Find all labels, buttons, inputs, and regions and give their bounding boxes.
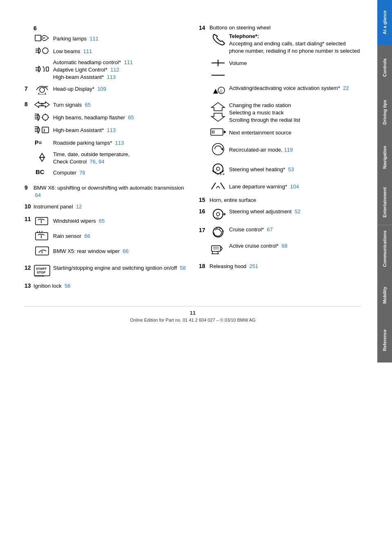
item-15-text: Horn, entire surface	[209, 197, 361, 204]
item-7-number: 7	[24, 85, 33, 92]
sidebar-tab-controls[interactable]: Controls	[377, 45, 392, 90]
svg-marker-63	[212, 113, 225, 121]
sidebar-tab-reference[interactable]: Reference	[377, 318, 392, 363]
telephone-icon	[209, 33, 227, 49]
active-cruise-text: Active cruise control* 68	[229, 242, 361, 250]
item-8-row-1: Turn signals 65	[33, 100, 187, 111]
sidebar-tab-at-a-glance[interactable]: At a glance	[377, 0, 392, 45]
item-14-number: 14	[199, 25, 209, 31]
sidebar-tab-communications[interactable]: Communications	[377, 225, 392, 273]
telephone-text: Telephone*:Accepting and ending calls, s…	[229, 33, 361, 55]
svg-line-73	[212, 183, 216, 189]
rain-sensor-icon	[33, 230, 51, 243]
voice-activation-icon: ▲ ♫	[209, 85, 227, 98]
roadside-parking-icon: P≡	[33, 138, 51, 149]
rear-wiper-text: BMW X5: rear window wiper 66	[53, 248, 187, 255]
start-stop-icon: START STOP ENGINE	[33, 264, 51, 278]
svg-rect-0	[35, 35, 41, 41]
item-12: 12 START STOP ENGINE Starting/stopping e…	[24, 264, 187, 278]
svg-point-29	[42, 114, 48, 120]
item-8-row-2: High beams, headlamp flasher 65	[33, 113, 187, 123]
item-17-number: 17	[199, 226, 209, 233]
item-8-row-6: BC Computer 78	[33, 168, 187, 178]
item-11: 11 Windshield wipers	[24, 215, 187, 260]
item-18-text: Releasing hood 251	[209, 263, 361, 270]
wheel-heating-text: Steering wheel heating* 53	[229, 166, 361, 173]
item-8-number: 8	[24, 100, 33, 107]
roadside-parking-text: Roadside parking lamps* 113	[53, 139, 187, 147]
item-14-lane-departure: Lane departure warning* 104	[209, 181, 361, 192]
low-beams-text: Low beams 111	[53, 48, 187, 55]
svg-text:STOP: STOP	[37, 271, 46, 274]
head-up-display-text: Head-up Display* 109	[53, 85, 187, 93]
svg-rect-16	[46, 67, 49, 71]
sidebar-tab-entertainment[interactable]: Entertainment	[377, 180, 392, 225]
page-container: 6	[0, 0, 392, 555]
left-column: 6	[24, 25, 187, 294]
svg-rect-43	[36, 217, 48, 225]
svg-marker-69	[221, 148, 223, 151]
cruise-control-text: Cruise control* 67	[229, 226, 361, 233]
item-11-number: 11	[24, 215, 33, 222]
svg-marker-65	[224, 130, 226, 134]
item-9-number: 9	[24, 184, 33, 191]
steering-adj-icon: ⊙	[209, 208, 227, 222]
lane-departure-text: Lane departure warning* 104	[229, 183, 361, 190]
svg-point-76	[216, 213, 220, 216]
high-beams-flasher-icon	[33, 113, 51, 123]
plus-icon	[209, 58, 227, 69]
item-14-header: Buttons on steering wheel	[209, 25, 271, 31]
right-column: 14 Buttons on steering wheel Telephone*:…	[199, 25, 361, 294]
item-17-row-1: Cruise control* 67	[209, 226, 361, 240]
item-8-row-3: High-beam Assistant* 113	[33, 125, 187, 136]
high-beam-assistant-text: High-beam Assistant* 113	[53, 127, 187, 134]
svg-rect-38	[42, 127, 49, 133]
page-number: 11	[24, 310, 361, 316]
svg-marker-23	[35, 102, 43, 107]
item-16-text: Steering wheel adjustment 52	[229, 208, 361, 215]
parking-lamps-icon	[33, 34, 51, 44]
item-14-volume-minus	[209, 71, 361, 81]
svg-line-84	[222, 231, 224, 232]
temp-check-icon	[33, 152, 51, 164]
turn-signals-text: Turn signals 65	[53, 101, 187, 109]
voice-activation-text: Activating/deactivating voice activation…	[229, 85, 361, 92]
item-7: 7 Head-up Dis	[24, 85, 187, 96]
item-16-number: 16	[199, 208, 209, 215]
item-14-radio: Changing the radio stationSelecting a mu…	[209, 102, 361, 124]
svg-text:P≡: P≡	[35, 139, 42, 146]
sidebar-tab-navigation[interactable]: Navigation	[377, 135, 392, 180]
radio-music-text: Changing the radio stationSelecting a mu…	[229, 102, 361, 124]
item-18-number: 18	[199, 263, 209, 269]
item-14-volume-plus: Volume	[209, 58, 361, 69]
item-14-voice: ▲ ♫ Activating/deactivating voice activa…	[209, 85, 361, 98]
footer-text: Online Edition for Part no. 01 41 2 604 …	[24, 318, 361, 322]
computer-icon: BC	[33, 168, 51, 178]
svg-line-7	[45, 36, 49, 38]
svg-text:▲: ▲	[212, 86, 220, 95]
parking-lamps-text: Parking lamps 111	[53, 35, 187, 43]
item-14-recirculated: Recirculated-air mode, 119	[209, 142, 361, 158]
item-6-number: 6	[33, 25, 42, 31]
svg-line-22	[46, 86, 48, 87]
item-6: 6	[24, 25, 187, 81]
svg-line-8	[45, 38, 49, 40]
head-up-display-icon	[33, 85, 51, 96]
temp-check-text: Time, date, outside temperature,Check Co…	[53, 151, 187, 166]
item-6-row-2: Low beams 111	[33, 46, 187, 57]
low-beams-icon	[33, 46, 51, 57]
sidebar-tab-driving-tips[interactable]: Driving tips	[377, 90, 392, 135]
svg-point-17	[40, 87, 45, 92]
item-9-text: BMW X6: upshifting or downshifting with …	[33, 184, 187, 199]
item-12-text: Starting/stopping engine and switching i…	[53, 264, 187, 272]
svg-text:♫: ♫	[219, 88, 223, 94]
sidebar-tab-mobility[interactable]: Mobility	[377, 273, 392, 318]
high-beams-flasher-text: High beams, headlamp flasher 65	[53, 114, 187, 121]
svg-point-12	[42, 48, 48, 54]
svg-rect-45	[36, 233, 48, 240]
minus-icon	[209, 71, 227, 81]
item-10-text: Instrument panel 12	[33, 203, 187, 210]
item-13: 13 Ignition lock 58	[24, 282, 187, 290]
item-15: 15 Horn, entire surface	[199, 197, 361, 204]
svg-text:⊙: ⊙	[216, 216, 219, 220]
